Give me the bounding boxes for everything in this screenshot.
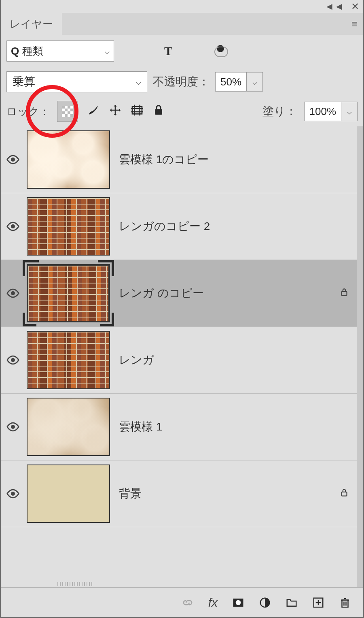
layer-row[interactable]: 雲模様 1 [1, 394, 357, 460]
svg-rect-11 [68, 106, 70, 109]
collapse-icon[interactable]: ◄◄ [324, 1, 344, 12]
visibility-eye-icon[interactable] [5, 420, 21, 434]
blend-mode-value: 乗算 [13, 74, 35, 90]
lock-position-icon[interactable] [109, 104, 122, 119]
layer-name[interactable]: レンガ [116, 352, 332, 368]
bottom-toolbar: fx [1, 587, 363, 617]
svg-rect-16 [65, 114, 68, 117]
layer-thumbnail[interactable] [27, 130, 110, 189]
svg-point-25 [11, 224, 15, 228]
layer-name[interactable]: レンガ のコピー [116, 286, 332, 301]
svg-point-30 [11, 492, 15, 496]
lock-paint-icon[interactable] [87, 104, 100, 119]
visibility-eye-icon[interactable] [5, 153, 21, 166]
svg-rect-13 [70, 109, 73, 111]
search-icon: Q [11, 45, 19, 58]
visibility-eye-icon[interactable] [5, 487, 21, 501]
filter-row: Q 種類 ⌵ T [1, 35, 363, 67]
layer-row[interactable]: レンガ [1, 327, 357, 394]
layers-panel: ◄◄ ✕ レイヤー ≡ Q 種類 ⌵ T [0, 0, 364, 618]
fx-icon[interactable]: fx [208, 596, 218, 609]
lock-label: ロック： [6, 104, 50, 119]
svg-rect-18 [132, 106, 142, 114]
svg-rect-31 [342, 492, 347, 496]
group-icon[interactable] [286, 597, 298, 609]
panel-menu-icon[interactable]: ≡ [351, 18, 358, 30]
layer-row[interactable]: レンガのコピー 2 [1, 193, 357, 260]
svg-rect-38 [342, 600, 348, 607]
chevron-down-icon: ⌵ [136, 77, 141, 87]
close-icon[interactable]: ✕ [351, 1, 359, 12]
opacity-dropdown-button[interactable]: ⌵ [247, 72, 263, 92]
blend-mode-dropdown[interactable]: 乗算 ⌵ [6, 71, 147, 92]
svg-point-26 [11, 291, 15, 295]
layer-thumbnail[interactable] [27, 331, 110, 389]
layers-list[interactable]: 雲模様 1のコピーレンガのコピー 2レンガ のコピーレンガ雲模様 1背景 [1, 126, 363, 587]
svg-rect-10 [62, 106, 65, 109]
layer-name[interactable]: 雲模様 1のコピー [116, 152, 332, 167]
visibility-eye-icon[interactable] [5, 219, 21, 233]
layer-name[interactable]: レンガのコピー 2 [116, 219, 332, 234]
layer-lock-icon[interactable] [337, 487, 351, 501]
panel-collapse-strip: ◄◄ ✕ [1, 0, 363, 13]
layer-thumbnail[interactable] [27, 197, 110, 256]
resize-grip[interactable] [57, 582, 94, 586]
layer-lock-icon[interactable] [337, 287, 351, 300]
new-layer-icon[interactable] [312, 597, 324, 609]
svg-point-24 [11, 158, 15, 162]
filter-icons: T [138, 44, 229, 58]
svg-point-29 [11, 425, 15, 429]
lock-all-icon[interactable] [152, 104, 165, 119]
layer-kind-dropdown[interactable]: Q 種類 ⌵ [6, 40, 114, 62]
tab-layers[interactable]: レイヤー [1, 13, 62, 35]
layer-row[interactable]: 背景 [1, 460, 357, 527]
svg-point-33 [236, 600, 241, 605]
chevron-down-icon: ⌵ [104, 46, 110, 56]
layer-thumbnail[interactable] [27, 264, 110, 322]
layer-row[interactable]: 雲模様 1のコピー [1, 126, 357, 193]
lock-tools [57, 101, 165, 122]
fill-value-input[interactable]: 100% [304, 102, 342, 121]
svg-rect-17 [70, 114, 73, 117]
svg-rect-15 [68, 111, 70, 114]
layer-thumbnail[interactable] [27, 398, 110, 456]
layer-row[interactable]: レンガ のコピー [1, 260, 357, 327]
svg-rect-14 [62, 111, 65, 114]
search-kind-label: 種類 [22, 44, 101, 58]
svg-point-28 [11, 358, 15, 362]
opacity-value-input[interactable]: 50% [215, 72, 247, 92]
lock-artboard-icon[interactable] [131, 104, 144, 119]
fill-dropdown-button[interactable]: ⌵ [341, 102, 358, 121]
svg-rect-27 [342, 291, 347, 295]
tab-bar: レイヤー ≡ [1, 13, 363, 35]
layer-thumbnail[interactable] [27, 465, 110, 523]
svg-rect-23 [155, 109, 162, 115]
opacity-label: 不透明度： [153, 74, 210, 90]
visibility-eye-icon[interactable] [5, 353, 21, 367]
fill-label: 塗り： [262, 104, 297, 119]
layer-name[interactable]: 背景 [116, 486, 332, 501]
blend-row: 乗算 ⌵ 不透明度： 50% ⌵ [1, 67, 363, 96]
lock-transparency-button[interactable] [57, 101, 78, 122]
filter-toggle[interactable] [211, 44, 229, 58]
lock-row: ロック： 塗り： 100% ⌵ [1, 96, 363, 126]
mask-icon[interactable] [232, 597, 244, 609]
trash-icon[interactable] [339, 597, 351, 609]
adjustment-layer-icon[interactable] [259, 597, 271, 609]
filter-type-icon[interactable]: T [164, 44, 172, 58]
svg-rect-12 [65, 109, 68, 111]
visibility-eye-icon[interactable] [5, 286, 21, 300]
layer-name[interactable]: 雲模様 1 [116, 419, 332, 435]
link-layers-icon[interactable] [182, 597, 194, 609]
